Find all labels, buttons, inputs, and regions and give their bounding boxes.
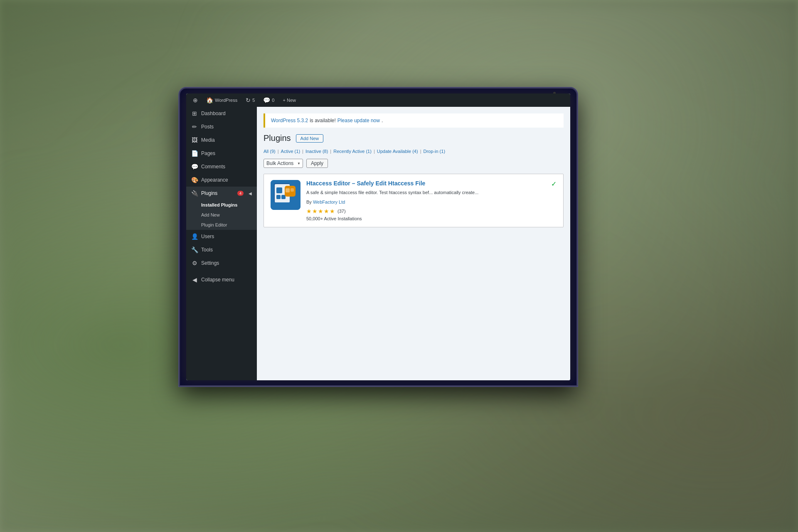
comments-icon: 💬 xyxy=(263,97,270,103)
please-update-link[interactable]: Please update now xyxy=(337,118,380,123)
sidebar-label-plugins: Plugins xyxy=(201,190,217,196)
sidebar-label-dashboard: Dashboard xyxy=(201,111,226,116)
svg-rect-3 xyxy=(276,187,282,193)
media-icon: 🖼 xyxy=(191,137,198,143)
dashboard-icon: ⊞ xyxy=(191,110,198,117)
settings-icon: ⚙ xyxy=(191,260,198,266)
star-3: ★ xyxy=(318,208,323,214)
sidebar-item-comments[interactable]: 💬 Comments xyxy=(186,160,257,173)
wp-logo-item[interactable]: ⊕ xyxy=(190,94,201,107)
admin-bar-updates[interactable]: ↻ 5 xyxy=(242,94,258,107)
svg-rect-7 xyxy=(286,188,290,192)
plugins-submenu: Installed Plugins Add New Plugin Editor xyxy=(186,200,257,230)
users-icon: 👤 xyxy=(191,233,198,240)
sidebar-label-settings: Settings xyxy=(201,260,219,266)
posts-icon: ✏ xyxy=(191,123,198,130)
new-label: + New xyxy=(283,98,296,103)
submenu-installed-plugins[interactable]: Installed Plugins xyxy=(186,200,257,210)
star-1: ★ xyxy=(306,208,312,214)
filter-links-bar: All (9) | Active (1) | Inactive (8) | Re… xyxy=(264,149,564,154)
admin-bar-home[interactable]: 🏠 WordPress xyxy=(203,94,241,107)
sidebar-label-posts: Posts xyxy=(201,124,214,130)
plugin-description: A safe & simple htaccess file editor. Te… xyxy=(306,189,545,196)
collapse-icon: ◀ xyxy=(191,276,198,283)
apply-button[interactable]: Apply xyxy=(306,159,328,168)
sidebar-label-tools: Tools xyxy=(201,247,213,253)
admin-bar-comments[interactable]: 💬 0 xyxy=(260,94,278,107)
plugins-arrow-icon: ◀ xyxy=(249,191,252,196)
submenu-plugin-editor[interactable]: Plugin Editor xyxy=(186,220,257,230)
updates-count: 5 xyxy=(252,98,255,103)
home-icon: 🏠 xyxy=(206,97,213,103)
sidebar-item-collapse[interactable]: ◀ Collapse menu xyxy=(186,273,257,286)
star-2: ★ xyxy=(312,208,318,214)
sidebar-item-tools[interactable]: 🔧 Tools xyxy=(186,243,257,256)
svg-rect-5 xyxy=(281,195,286,199)
bulk-actions-wrapper: Bulk Actions Activate Deactivate Delete xyxy=(264,159,303,168)
plugin-card-inner: Htaccess Editor – Safely Edit Htaccess F… xyxy=(271,180,557,221)
sidebar-label-collapse: Collapse menu xyxy=(201,277,234,283)
wp-version-link[interactable]: WordPress 5.3.2 xyxy=(271,118,308,123)
sidebar-label-appearance: Appearance xyxy=(201,177,228,183)
filter-all[interactable]: All (9) xyxy=(264,149,276,154)
svg-rect-4 xyxy=(276,195,281,199)
filter-inactive[interactable]: Inactive (8) xyxy=(305,149,328,154)
updates-icon: ↻ xyxy=(246,97,251,103)
plugin-author: By WebFactory Ltd xyxy=(306,200,545,204)
sidebar-item-posts[interactable]: ✏ Posts xyxy=(186,120,257,133)
wp-layout: ⊞ Dashboard ✏ Posts 🖼 Media 📄 Pages 💬 xyxy=(186,107,570,380)
update-notice: WordPress 5.3.2 is available! Please upd… xyxy=(264,113,564,128)
plugin-name[interactable]: Htaccess Editor – Safely Edit Htaccess F… xyxy=(306,180,545,187)
wp-main-content: WordPress 5.3.2 is available! Please upd… xyxy=(257,107,570,380)
wp-logo-icon: ⊕ xyxy=(193,97,198,103)
sidebar-item-settings[interactable]: ⚙ Settings xyxy=(186,256,257,270)
comments-count: 0 xyxy=(272,98,274,103)
plugin-icon-svg xyxy=(271,180,300,210)
star-4: ★ xyxy=(324,208,329,214)
sidebar-item-media[interactable]: 🖼 Media xyxy=(186,133,257,147)
plugin-icon-htaccess xyxy=(271,180,300,210)
svg-rect-8 xyxy=(291,188,294,192)
laptop-frame: ⊕ 🏠 WordPress ↻ 5 💬 0 + New xyxy=(179,87,578,387)
pages-icon: 📄 xyxy=(191,150,198,157)
comments-sidebar-icon: 💬 xyxy=(191,163,198,170)
wp-admin-bar: ⊕ 🏠 WordPress ↻ 5 💬 0 + New xyxy=(186,94,570,107)
plugins-icon: 🔌 xyxy=(191,190,198,197)
author-link[interactable]: WebFactory Ltd xyxy=(313,200,345,204)
sidebar-item-dashboard[interactable]: ⊞ Dashboard xyxy=(186,107,257,120)
plugin-active-checkmark: ✓ xyxy=(551,180,557,188)
plugin-card-htaccess: Htaccess Editor – Safely Edit Htaccess F… xyxy=(264,174,564,227)
tools-icon: 🔧 xyxy=(191,246,198,253)
sidebar-item-users[interactable]: 👤 Users xyxy=(186,230,257,243)
sidebar-item-appearance[interactable]: 🎨 Appearance xyxy=(186,173,257,187)
filter-update-available[interactable]: Update Available (4) xyxy=(377,149,418,154)
bulk-actions-select[interactable]: Bulk Actions Activate Deactivate Delete xyxy=(264,159,303,168)
sidebar-label-users: Users xyxy=(201,234,214,239)
plugin-info-htaccess: Htaccess Editor – Safely Edit Htaccess F… xyxy=(306,180,545,221)
sidebar-item-plugins[interactable]: 🔌 Plugins 4 ◀ xyxy=(186,187,257,200)
plugin-editor-label: Plugin Editor xyxy=(201,222,227,227)
sidebar-label-media: Media xyxy=(201,137,215,143)
add-new-submenu-label: Add New xyxy=(201,212,220,217)
author-prefix: By xyxy=(306,200,313,204)
page-title: Plugins xyxy=(264,133,291,143)
plugins-badge: 4 xyxy=(237,191,244,196)
update-notice-end: . xyxy=(382,118,383,123)
admin-bar-new[interactable]: + New xyxy=(279,94,299,107)
filter-active[interactable]: Active (1) xyxy=(281,149,300,154)
sidebar-item-pages[interactable]: 📄 Pages xyxy=(186,147,257,160)
update-notice-text: is available! xyxy=(310,118,336,123)
plugin-rating: ★ ★ ★ ★ ★ (37) xyxy=(306,208,545,214)
active-installations: 50,000+ Active Installations xyxy=(306,216,545,221)
installed-plugins-label: Installed Plugins xyxy=(201,202,237,207)
submenu-add-new[interactable]: Add New xyxy=(186,210,257,220)
bulk-actions-bar: Bulk Actions Activate Deactivate Delete … xyxy=(264,159,564,168)
filter-drop-in[interactable]: Drop-in (1) xyxy=(424,149,446,154)
filter-recently-active[interactable]: Recently Active (1) xyxy=(333,149,372,154)
appearance-icon: 🎨 xyxy=(191,177,198,183)
sidebar-label-pages: Pages xyxy=(201,150,215,156)
add-new-button[interactable]: Add New xyxy=(296,134,324,143)
rating-count: (37) xyxy=(337,209,346,214)
sidebar-label-comments: Comments xyxy=(201,164,225,170)
site-name-label: WordPress xyxy=(215,98,237,103)
